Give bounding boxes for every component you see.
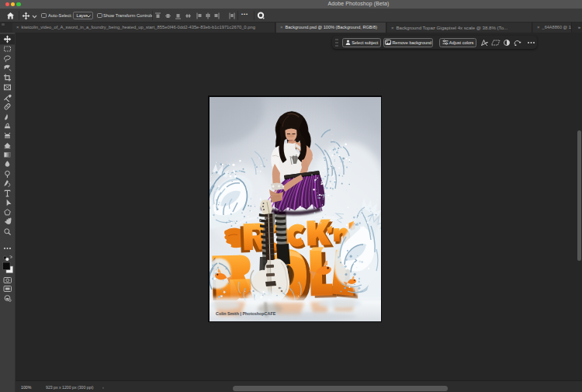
svg-text:Colin Smith | PhotoshopCAFE: Colin Smith | PhotoshopCAFE	[216, 311, 276, 316]
